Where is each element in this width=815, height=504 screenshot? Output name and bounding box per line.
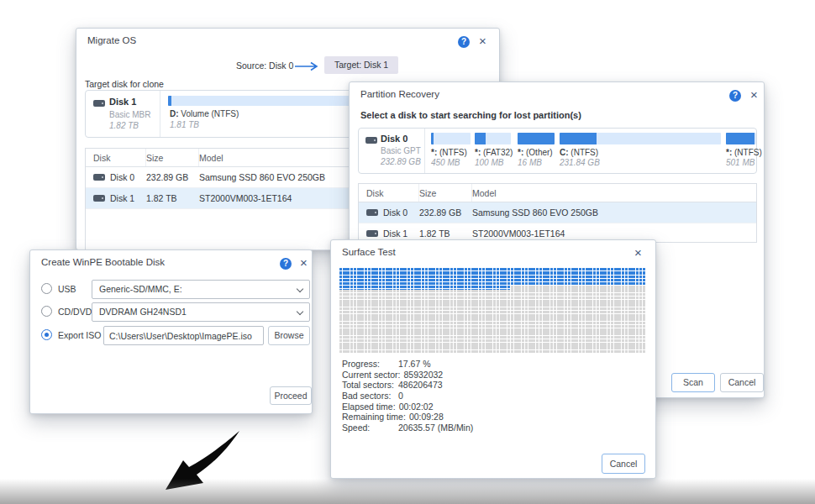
partition-segment: *: (Other) 16 MB	[518, 133, 555, 167]
disk-icon	[365, 137, 377, 144]
header-size: Size	[419, 184, 472, 202]
dialog-title: Create WinPE Bootable Disk	[41, 257, 165, 267]
volume-used-fill	[168, 96, 171, 106]
dialog-title: Surface Test	[342, 247, 396, 257]
help-icon[interactable]: ?	[280, 258, 292, 270]
disk-icon	[93, 174, 105, 181]
table-header: Disk Size Model	[359, 184, 756, 202]
stat-row: Total sectors:486206473	[342, 380, 473, 391]
tested-blocks-partial-row	[339, 286, 511, 289]
bottom-shade	[0, 479, 815, 504]
disk-size: 232.89 GB	[381, 157, 421, 166]
header-disk: Disk	[86, 149, 146, 166]
cddvd-radio[interactable]	[41, 306, 52, 317]
panel-divider	[424, 129, 425, 173]
cddvd-device-select[interactable]: DVDRAM GH24NSD1	[92, 302, 310, 322]
header-disk: Disk	[359, 184, 419, 202]
export-iso-label: Export ISO	[58, 330, 101, 340]
header-size: Size	[146, 149, 199, 166]
disk-type: Basic GPT	[381, 146, 421, 155]
surface-test-dialog: Surface Test × Progress:17.67 % Current …	[330, 239, 656, 479]
panel-divider	[160, 91, 160, 137]
iso-path-input[interactable]	[103, 326, 264, 345]
create-winpe-dialog: Create WinPE Bootable Disk ? × USB Gener…	[29, 249, 313, 414]
stat-row: Current sector:85932032	[342, 370, 473, 381]
disk-icon	[366, 209, 378, 216]
usb-radio[interactable]	[41, 283, 52, 294]
disk-name: Disk 1	[109, 97, 136, 107]
table-row[interactable]: Disk 0 232.89 GB Samsung SSD 860 EVO 250…	[359, 202, 756, 223]
cancel-button[interactable]: Cancel	[602, 454, 645, 474]
help-icon[interactable]: ?	[458, 36, 470, 48]
partition-segment: *: (NTFS) 501 MB	[726, 133, 756, 167]
disk-panel[interactable]: Disk 0 Basic GPT 232.89 GB *: (NTFS) 450…	[358, 128, 757, 174]
cancel-button[interactable]: Cancel	[720, 373, 764, 392]
partition-used-fill	[518, 133, 555, 144]
volume-label: D: Volume (NTFS)	[170, 109, 239, 118]
stat-row: Progress:17.67 %	[342, 359, 473, 370]
partition-segment: *: (FAT32) 100 MB	[475, 133, 511, 167]
browse-button[interactable]: Browse	[268, 326, 310, 345]
disk-icon	[366, 230, 378, 237]
disk-name: Disk 0	[381, 134, 408, 144]
usb-device-select[interactable]: Generic-SD/MMC, E:	[92, 280, 310, 299]
disk-icon	[93, 195, 105, 202]
dialog-title: Migrate OS	[87, 35, 136, 45]
dialog-title: Partition Recovery	[360, 89, 439, 99]
usb-label: USB	[58, 284, 76, 294]
screenshot-canvas: Migrate OS ? × Source: Disk 0 Target: Di…	[0, 0, 815, 504]
subtitle: Select a disk to start searching for los…	[360, 110, 581, 120]
partition-used-fill	[726, 133, 755, 144]
partition-segment: C: (NTFS) 231.84 GB	[560, 133, 721, 167]
scan-button[interactable]: Scan	[671, 373, 715, 392]
target-disk-section-label: Target disk for clone	[85, 79, 164, 89]
chevron-down-icon	[297, 286, 303, 292]
surface-test-stats: Progress:17.67 % Current sector:85932032…	[342, 359, 473, 433]
tested-blocks-full-rows	[339, 268, 645, 286]
disk-icon	[93, 100, 105, 107]
header-model: Model	[472, 184, 756, 202]
close-icon[interactable]: ×	[479, 34, 486, 47]
volume-size: 1.81 TB	[170, 120, 199, 129]
target-disk-badge: Target: Disk 1	[324, 56, 398, 74]
stat-row: Bad sectors:0	[342, 391, 473, 402]
stat-row: Remaining time:00:09:28	[342, 412, 473, 423]
help-icon[interactable]: ?	[729, 90, 741, 102]
partition-used-fill	[560, 133, 597, 144]
source-disk-label: Source: Disk 0	[236, 60, 293, 71]
partition-segment: *: (NTFS) 450 MB	[431, 133, 471, 167]
disk-type: Basic MBR	[109, 110, 150, 119]
close-icon[interactable]: ×	[750, 88, 758, 101]
partition-used-fill	[475, 133, 486, 144]
stat-row: Speed:20635.57 (MB/Min)	[342, 423, 473, 433]
export-iso-radio[interactable]	[41, 329, 52, 340]
close-icon[interactable]: ×	[634, 246, 642, 259]
cddvd-label: CD/DVD	[58, 307, 92, 317]
proceed-button[interactable]: Proceed	[270, 386, 312, 405]
close-icon[interactable]: ×	[300, 256, 308, 269]
chevron-down-icon	[297, 308, 303, 315]
disk-table: Disk Size Model Disk 0 232.89 GB Samsung…	[358, 183, 757, 243]
surface-test-grid	[339, 268, 645, 354]
stat-row: Elapsed time:00:02:02	[342, 401, 473, 412]
partition-used-fill	[431, 133, 434, 144]
arrow-right-icon	[294, 61, 319, 71]
disk-size: 1.82 TB	[109, 121, 139, 130]
